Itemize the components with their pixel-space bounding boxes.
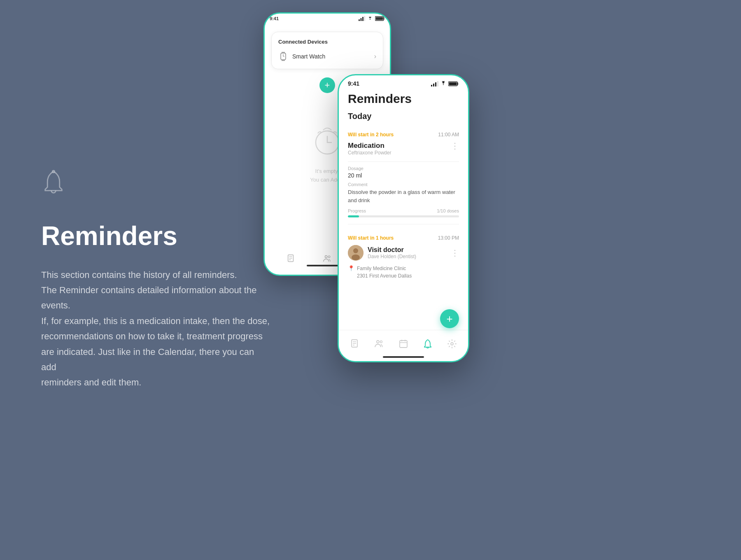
svg-point-33	[352, 254, 360, 260]
svg-point-20	[328, 256, 330, 258]
will-start-text-1: Will start in 2 hours	[348, 132, 394, 138]
svg-rect-25	[431, 85, 432, 86]
device-left: Smart Watch	[278, 51, 325, 62]
card-divider-1	[348, 161, 459, 162]
nav-bell-icon[interactable]	[422, 338, 433, 350]
svg-rect-30	[449, 82, 457, 85]
nav-document-icon[interactable]	[349, 338, 361, 350]
status-bar-front: 9:41	[339, 75, 468, 89]
reminder-doctor-card: Will start in 1 hours 13:00 PM Visit doc…	[348, 229, 459, 284]
svg-rect-3	[362, 17, 364, 21]
svg-rect-27	[435, 82, 436, 86]
medication-subtitle: Ceftriaxone Powder	[348, 150, 391, 156]
svg-rect-28	[437, 81, 438, 86]
home-indicator-front	[383, 356, 424, 358]
svg-rect-4	[364, 16, 366, 21]
battery-icon	[448, 81, 459, 86]
chevron-right-icon[interactable]: ›	[374, 53, 376, 60]
svg-rect-40	[400, 341, 407, 348]
svg-rect-6	[376, 17, 383, 20]
status-time-back: 9:41	[270, 16, 279, 21]
nav-calendar-icon[interactable]	[398, 338, 409, 350]
doctor-info: Visit doctor Dave Holden (Dentist)	[368, 246, 447, 259]
doctor-name: Visit doctor	[368, 246, 447, 254]
dosage-label: Dosage	[348, 166, 459, 171]
nav-doc-icon[interactable]	[287, 254, 296, 263]
reminders-title: Reminders	[348, 92, 459, 106]
wifi-icon	[440, 81, 447, 86]
progress-bar-bg	[348, 215, 459, 217]
svg-point-19	[325, 256, 328, 258]
doctor-menu-button[interactable]: ⋮	[451, 249, 459, 257]
device-name: Smart Watch	[292, 53, 325, 60]
time-1: 11:00 AM	[438, 132, 459, 138]
add-device-button[interactable]: +	[319, 77, 335, 93]
svg-point-38	[377, 341, 379, 343]
status-icons-front	[431, 81, 459, 86]
connected-devices-title: Connected Devices	[278, 39, 376, 45]
progress-bar-fill	[348, 215, 359, 217]
status-icons-back	[359, 16, 385, 21]
phone-front-mockup: 9:41 Reminders Today Will start in 2 hou…	[338, 74, 469, 362]
today-label: Today	[348, 112, 459, 121]
progress-label: Progress	[348, 208, 366, 213]
svg-point-44	[451, 343, 453, 345]
reminder-medication-card: Will start in 2 hours 11:00 AM Medicatio…	[348, 126, 459, 224]
nav-people-icon[interactable]	[373, 338, 385, 350]
status-bar-back: 9:41	[265, 14, 390, 23]
watch-icon	[278, 51, 288, 62]
section-description: This section contains the history of all…	[41, 267, 272, 390]
dosage-value: 20 ml	[348, 172, 459, 179]
svg-rect-26	[433, 84, 434, 86]
signal-icon	[431, 81, 438, 86]
nav-settings-icon[interactable]	[446, 338, 458, 350]
connected-devices-card: Connected Devices Smart Watch ›	[271, 32, 383, 69]
svg-rect-1	[359, 19, 360, 21]
location-pin-icon: 📍	[348, 265, 354, 271]
device-row[interactable]: Smart Watch ›	[278, 51, 376, 62]
comment-label: Comment	[348, 182, 459, 187]
phone-content: Reminders Today Will start in 2 hours 11…	[339, 89, 468, 337]
doctor-spec: Dave Holden (Dentist)	[368, 254, 447, 259]
comment-value: Dissolve the powder in a glass of warm w…	[348, 188, 459, 204]
location-text: Family Medicine Clinic 2301 First Avenue…	[357, 265, 412, 280]
progress-doses: 1/10 doses	[437, 208, 459, 213]
time-2: 13:00 PM	[438, 235, 459, 241]
status-time-front: 9:41	[348, 80, 359, 87]
will-start-text-2: Will start in 1 hours	[348, 235, 394, 241]
nav-people-icon[interactable]	[323, 254, 332, 263]
fab-add-button[interactable]: +	[440, 309, 459, 328]
svg-point-39	[380, 341, 382, 343]
doctor-avatar	[348, 245, 364, 261]
location-row: 📍 Family Medicine Clinic 2301 First Aven…	[348, 265, 459, 280]
svg-rect-2	[361, 18, 362, 21]
medication-menu-button[interactable]: ⋮	[451, 142, 459, 150]
svg-point-32	[353, 248, 358, 253]
medication-name: Medication	[348, 142, 391, 150]
